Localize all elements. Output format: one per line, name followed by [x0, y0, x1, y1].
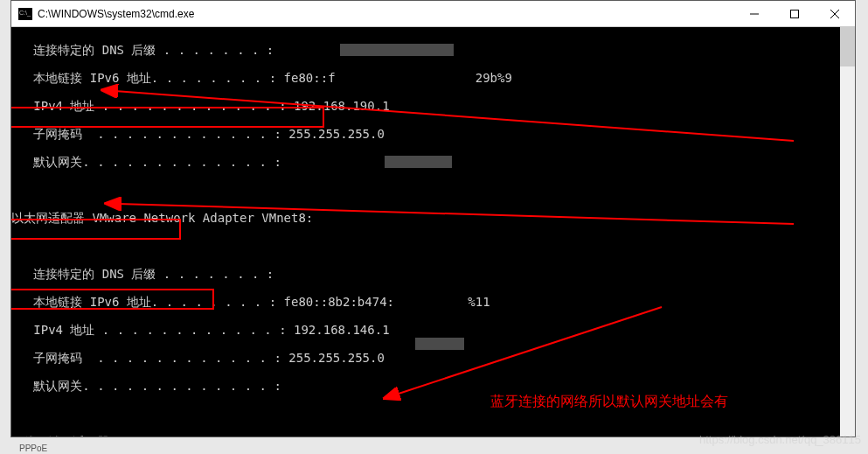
- terminal-output[interactable]: 连接特定的 DNS 后缀 . . . . . . . : 本地链接 IPv6 地…: [11, 27, 840, 437]
- output-line: 本地链接 IPv6 地址. . . . . . . . : fe80::f 29…: [11, 71, 840, 85]
- output-line: IPv4 地址 . . . . . . . . . . . . : 192.16…: [11, 323, 840, 337]
- bg-pppoe-label: PPPoE: [19, 444, 47, 453]
- cmd-icon: [18, 8, 32, 20]
- output-line: 子网掩码 . . . . . . . . . . . . : 255.255.2…: [11, 127, 840, 141]
- terminal-area: 连接特定的 DNS 后缀 . . . . . . . : 本地链接 IPv6 地…: [11, 27, 855, 437]
- scrollbar-thumb[interactable]: [840, 27, 855, 66]
- redaction: [385, 156, 452, 168]
- titlebar: C:\WINDOWS\system32\cmd.exe: [11, 1, 855, 27]
- cmd-window: C:\WINDOWS\system32\cmd.exe 连接特定的 DNS 后缀…: [10, 0, 856, 437]
- redaction: [340, 44, 454, 56]
- output-line: 子网掩码 . . . . . . . . . . . . : 255.255.2…: [11, 351, 840, 365]
- scrollbar-track[interactable]: [840, 27, 855, 437]
- redaction: [415, 338, 464, 350]
- maximize-button[interactable]: [774, 1, 815, 27]
- output-line: 连接特定的 DNS 后缀 . . . . . . . :: [11, 267, 840, 281]
- close-icon: [830, 10, 839, 18]
- annotation-text: 蓝牙连接的网络所以默认网关地址会有: [490, 393, 728, 411]
- minimize-button[interactable]: [734, 1, 774, 27]
- output-line: 本地链接 IPv6 地址. . . . . . . . : fe80::8b2:…: [11, 295, 840, 309]
- watermark: https://blog.csdn.net/qq_386115: [699, 433, 861, 446]
- output-line: IPv4 地址 . . . . . . . . . . . . : 192.16…: [11, 99, 840, 113]
- output-line: 默认网关. . . . . . . . . . . . . :: [11, 379, 840, 393]
- window-title: C:\WINDOWS\system32\cmd.exe: [38, 8, 194, 20]
- svg-rect-1: [791, 10, 799, 17]
- adapter-header-vmnet8: 以太网适配器 VMware Network Adapter VMnet8:: [11, 211, 840, 225]
- minimize-icon: [750, 10, 759, 18]
- maximize-icon: [790, 10, 799, 18]
- close-button[interactable]: [815, 1, 855, 27]
